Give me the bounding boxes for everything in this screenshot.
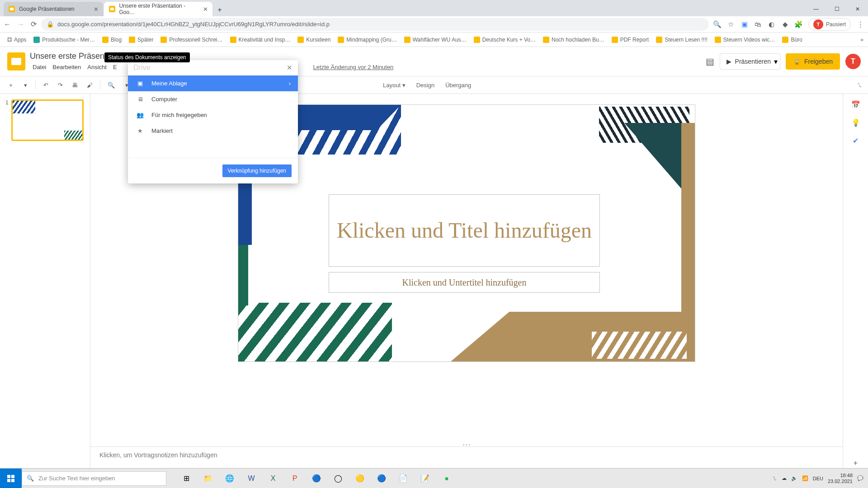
move-to-popover: Drive ✕ ▣ Meine Ablage › 🖥 Computer 👥 Fü… [128,60,298,183]
popover-item-shared[interactable]: 👥 Für mich freigegeben [128,107,298,123]
bookmark-item[interactable]: Kreativität und Insp… [227,37,293,43]
present-button[interactable]: ▶ Präsentieren [720,53,778,70]
subtitle-placeholder[interactable]: Klicken und Untertitel hinzufügen [329,272,600,293]
reload-button[interactable]: ⟳ [31,20,37,28]
new-tab-button[interactable]: + [213,4,226,16]
extension-icon[interactable]: 🛍 [754,20,762,28]
paint-format-button[interactable]: 🖌 [84,79,95,91]
menu-file[interactable]: Datei [30,63,49,71]
bookmark-item[interactable]: Blog [99,37,124,43]
bookmark-item[interactable]: Später [126,37,156,43]
minimize-button[interactable]: — [806,2,826,16]
browser-tab-active[interactable]: Unsere erste Präsentation - Goo… ✕ [104,2,212,16]
tray-cloud-icon[interactable]: ☁ [782,475,787,481]
bookmark-item[interactable]: Mindmapping (Gru… [335,37,399,43]
taskbar-app[interactable]: 🌐 [219,469,241,488]
task-view-button[interactable]: ⊞ [175,469,197,488]
chrome-menu-button[interactable]: ⋮ [856,20,864,28]
calendar-icon[interactable]: 📅 [851,99,861,109]
zoom-icon[interactable]: 🔍 [713,20,722,28]
new-slide-button[interactable]: + [5,79,16,91]
popover-item-computer[interactable]: 🖥 Computer [128,91,298,107]
browser-tab[interactable]: Google Präsentationen ✕ [4,2,103,16]
taskbar-app-spotify[interactable]: ● [436,469,458,488]
back-button[interactable]: ← [4,20,11,28]
slides-logo-icon[interactable] [7,52,25,70]
layout-dropdown[interactable]: Layout ▾ [379,80,409,90]
bookmark-item[interactable]: Kursideen [295,37,333,43]
account-avatar[interactable]: T [845,54,861,69]
tray-wifi-icon[interactable]: 📶 [802,475,808,481]
start-button[interactable] [0,469,22,488]
keep-icon[interactable]: 💡 [851,117,861,127]
taskbar-app-word[interactable]: W [241,469,262,488]
bookmark-item[interactable]: Steuern Lesen !!!! [653,37,710,43]
popover-item-my-drive[interactable]: ▣ Meine Ablage › [128,75,298,91]
close-window-button[interactable]: ✕ [847,2,868,16]
bookmark-item[interactable]: Steuern Videos wic… [712,37,778,43]
bookmark-item[interactable]: PDF Report [609,37,651,43]
menu-edit[interactable]: Bearbeiten [50,63,84,71]
tray-language[interactable]: DEU [813,476,823,481]
maximize-button[interactable]: ☐ [826,2,847,16]
bookmark-item[interactable]: Büro [779,37,805,43]
transition-button[interactable]: Übergang [442,80,475,90]
tray-clock[interactable]: 18:48 23.02.2021 [828,473,853,484]
share-button[interactable]: 🔒 Freigeben [786,53,840,70]
address-bar: ← → ⟳ 🔒 docs.google.com/presentation/d/1… [0,16,868,33]
new-slide-dropdown[interactable]: ▾ [20,79,31,91]
taskbar-app-excel[interactable]: X [262,469,284,488]
popover-item-starred[interactable]: ★ Markiert [128,123,298,139]
close-icon[interactable]: ✕ [94,6,99,13]
taskbar-app[interactable]: ◯ [327,469,349,488]
forward-button[interactable]: → [17,20,24,28]
bookmark-item[interactable]: Produktsuche - Mer… [31,37,98,43]
close-icon[interactable]: ✕ [287,64,292,72]
bookmark-item[interactable]: Wahlfächer WU Aus… [401,37,469,43]
slide-thumbnail[interactable] [11,99,84,141]
comments-button[interactable]: ▤ [706,56,714,67]
undo-button[interactable]: ↶ [40,79,51,91]
taskbar-app-chrome[interactable]: 🟡 [349,469,371,488]
slide-decoration [592,332,687,359]
profile-paused-button[interactable]: T Pausiert [808,18,851,31]
collapse-toolbar-button[interactable]: ㄟ [857,81,863,89]
taskbar-app[interactable]: 📄 [392,469,414,488]
zoom-button[interactable]: 🔍 [105,79,118,91]
taskbar-app[interactable]: 📝 [414,469,436,488]
extensions-button[interactable]: 🧩 [795,20,803,28]
speaker-notes[interactable]: Klicken, um Vortragsnotizen hinzuzufügen [90,446,843,468]
bookmarks-overflow[interactable]: » [860,37,863,43]
apps-button[interactable]: ⚃Apps [5,37,29,43]
tray-chevron-icon[interactable]: ㄟ [772,475,777,482]
taskbar-app-edge[interactable]: 🔵 [371,469,392,488]
notes-splitter[interactable]: • • • [90,443,843,446]
star-icon[interactable]: ☆ [727,20,735,28]
taskbar-app-explorer[interactable]: 📁 [197,469,219,488]
print-button[interactable]: 🖶 [69,79,80,91]
taskbar-app-powerpoint[interactable]: P [284,469,306,488]
bookmark-item[interactable]: Deutsche Kurs + Vo… [471,37,538,43]
bookmark-item[interactable]: Noch hochladen Bu… [540,37,607,43]
taskbar-search[interactable]: 🔍 Zur Suche Text hier eingeben [22,471,166,486]
slide-canvas[interactable]: Klicken und Titel hinzufügen Klicken und… [238,105,695,361]
redo-button[interactable]: ↷ [55,79,66,91]
present-dropdown[interactable]: ▾ [772,53,780,70]
last-edit-link[interactable]: Letzte Änderung vor 2 Minuten [311,63,396,71]
tasks-icon[interactable]: ✔ [851,136,861,145]
close-icon[interactable]: ✕ [203,6,208,13]
url-input[interactable]: 🔒 docs.google.com/presentation/d/1je40CL… [41,18,709,31]
extension-icon[interactable]: ◐ [768,20,776,28]
add-addon-button[interactable]: + [851,458,861,468]
extension-icon[interactable]: ◆ [781,20,789,28]
menu-view[interactable]: Ansicht [85,63,109,71]
design-button[interactable]: Design [413,80,438,90]
title-placeholder[interactable]: Klicken und Titel hinzufügen [329,194,600,267]
tray-notifications-icon[interactable]: 💬 [857,475,863,481]
taskbar-app[interactable]: 🔵 [306,469,327,488]
bookmark-item[interactable]: Professionell Schrei… [158,37,225,43]
tray-volume-icon[interactable]: 🔈 [791,475,797,481]
add-shortcut-button[interactable]: Verknüpfung hinzufügen [222,164,292,177]
menu-truncated[interactable]: E [110,63,120,71]
extension-icon[interactable]: ▣ [741,20,749,28]
